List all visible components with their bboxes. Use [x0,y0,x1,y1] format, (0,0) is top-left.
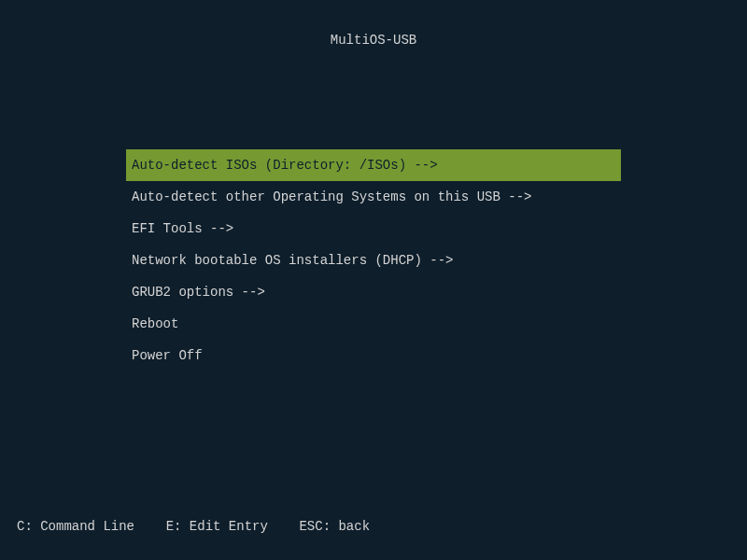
menu-item-efi-tools[interactable]: EFI Tools --> [126,213,621,245]
menu-item-auto-detect-other-os[interactable]: Auto-detect other Operating Systems on t… [126,181,621,213]
footer-keybindings: C: Command Line E: Edit Entry ESC: back [17,519,370,534]
menu-item-power-off[interactable]: Power Off [126,340,621,371]
menu-item-network-boot[interactable]: Network bootable OS installers (DHCP) --… [126,245,621,276]
boot-menu-title: MultiOS-USB [0,0,747,48]
menu-item-auto-detect-isos[interactable]: Auto-detect ISOs (Directory: /ISOs) --> [126,149,621,181]
menu-item-reboot[interactable]: Reboot [126,308,621,340]
menu-item-grub2-options[interactable]: GRUB2 options --> [126,276,621,308]
boot-menu: Auto-detect ISOs (Directory: /ISOs) --> … [126,149,621,371]
